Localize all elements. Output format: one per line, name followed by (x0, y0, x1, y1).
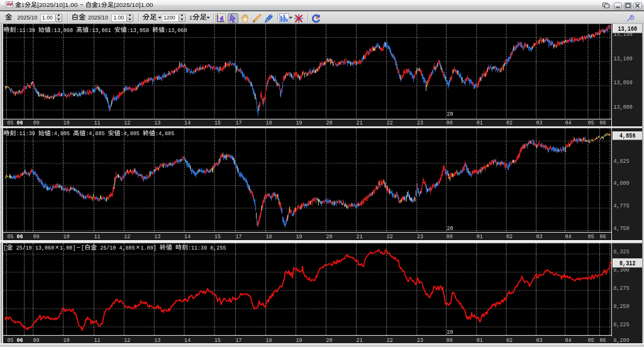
svg-text:21: 21 (357, 119, 363, 126)
svg-text:09: 09 (33, 337, 40, 344)
svg-text:20: 20 (326, 119, 332, 126)
svg-text:8,250: 8,250 (614, 303, 630, 310)
svg-text:19: 19 (296, 337, 302, 344)
svg-text:13: 13 (154, 337, 160, 344)
svg-text:25/10 13,060: 25/10 13,060 (13, 245, 55, 251)
svg-text:11: 11 (94, 337, 100, 344)
svg-text:14: 14 (184, 119, 191, 126)
svg-text:11: 11 (94, 119, 100, 126)
svg-text:1.00: 1.00 (42, 14, 53, 21)
svg-text::11:39: :11:39 (16, 130, 38, 137)
svg-text:18: 18 (266, 337, 272, 344)
svg-text:R: R (316, 16, 319, 19)
svg-text::4,805: :4,805 (121, 130, 143, 137)
svg-text:06: 06 (600, 233, 606, 240)
svg-text::11:39 8,255: :11:39 8,255 (188, 245, 226, 251)
svg-text:20: 20 (447, 329, 453, 336)
svg-text:14: 14 (184, 233, 191, 240)
svg-text:19: 19 (296, 119, 302, 126)
svg-text:22: 22 (387, 119, 393, 126)
svg-text:09: 09 (33, 233, 40, 240)
svg-text:06: 06 (600, 337, 606, 344)
svg-text::13,058: :13,058 (127, 27, 152, 34)
svg-text:02: 02 (506, 337, 513, 344)
svg-text:8,300: 8,300 (614, 267, 630, 273)
svg-text:[2025/10]1.00: [2025/10]1.00 (114, 1, 153, 8)
svg-text:2025/10: 2025/10 (88, 14, 108, 21)
svg-text:15: 15 (214, 337, 221, 344)
svg-text:06: 06 (600, 119, 606, 126)
svg-text:8,200: 8,200 (614, 337, 630, 344)
svg-text:[2025/10]1.00 −: [2025/10]1.00 − (37, 1, 86, 8)
svg-text:03: 03 (536, 337, 543, 344)
svg-text:4,775: 4,775 (614, 202, 630, 209)
svg-text:8,325: 8,325 (614, 248, 630, 255)
svg-text:13: 13 (154, 233, 160, 240)
svg-text:×: × (55, 244, 58, 251)
svg-text::13,061: :13,061 (89, 27, 114, 34)
svg-text:1.00]: 1.00] (60, 245, 75, 251)
svg-text:12: 12 (124, 119, 130, 126)
svg-text:8,312: 8,312 (619, 260, 636, 267)
svg-text::4,805: :4,805 (51, 130, 73, 137)
svg-text:18: 18 (266, 119, 272, 126)
svg-text:20: 20 (326, 233, 332, 240)
svg-text:05: 05 (7, 337, 13, 344)
svg-text::13,060: :13,060 (165, 27, 187, 34)
svg-text:20: 20 (326, 337, 332, 344)
svg-text:06: 06 (16, 337, 23, 344)
svg-text:8,225: 8,225 (614, 321, 630, 328)
svg-text:13,000: 13,000 (614, 104, 633, 111)
svg-text:2025/10: 2025/10 (18, 14, 38, 21)
svg-text:23: 23 (417, 119, 423, 126)
svg-text:06: 06 (16, 233, 23, 240)
svg-text:1: 1 (189, 14, 192, 21)
svg-text:05: 05 (588, 119, 594, 126)
svg-text:00: 00 (447, 233, 453, 240)
svg-text:17: 17 (236, 337, 242, 344)
svg-text:14: 14 (184, 337, 191, 344)
svg-text::4,805: :4,805 (155, 130, 175, 137)
svg-text:06: 06 (16, 119, 23, 126)
svg-text::13,060: :13,060 (51, 27, 76, 34)
svg-text:4,825: 4,825 (614, 158, 630, 165)
svg-text:04: 04 (565, 119, 572, 126)
svg-text:[: [ (4, 245, 7, 251)
svg-text:04: 04 (565, 233, 572, 240)
svg-text:1: 1 (21, 1, 25, 8)
svg-text:23: 23 (417, 337, 423, 344)
svg-text:01: 01 (477, 233, 483, 240)
svg-text:05: 05 (588, 337, 594, 344)
svg-text:17: 17 (236, 233, 242, 240)
svg-text:×: × (136, 244, 140, 251)
svg-text:01: 01 (477, 119, 483, 126)
svg-text:23: 23 (417, 233, 423, 240)
svg-text:13,168: 13,168 (618, 26, 638, 33)
svg-text:8,275: 8,275 (614, 285, 630, 292)
svg-text:10: 10 (64, 119, 70, 126)
svg-text::11:39: :11:39 (16, 27, 38, 34)
svg-text:00: 00 (447, 119, 453, 126)
svg-text:4,800: 4,800 (614, 180, 630, 187)
svg-text:−: − (77, 244, 80, 251)
svg-text:25/10 4,805: 25/10 4,805 (97, 245, 135, 251)
svg-text:13: 13 (154, 119, 160, 126)
svg-text:05: 05 (7, 119, 13, 126)
svg-text:12: 12 (124, 337, 130, 344)
svg-text:05: 05 (588, 233, 594, 240)
svg-text:17: 17 (236, 119, 242, 126)
svg-text:21: 21 (357, 337, 363, 344)
svg-text:20: 20 (447, 225, 453, 232)
svg-text:4,856: 4,856 (619, 133, 636, 140)
svg-text:12: 12 (124, 233, 130, 240)
svg-text:1: 1 (98, 1, 101, 8)
svg-text:04: 04 (565, 337, 572, 344)
svg-text:19: 19 (296, 233, 302, 240)
svg-text:09: 09 (33, 119, 40, 126)
svg-text:18: 18 (266, 233, 272, 240)
svg-text:4,750: 4,750 (614, 225, 630, 232)
svg-text:22: 22 (387, 337, 393, 344)
svg-text:1200: 1200 (164, 14, 175, 21)
svg-text:1.00]: 1.00] (141, 245, 160, 251)
svg-text:03: 03 (536, 119, 543, 126)
